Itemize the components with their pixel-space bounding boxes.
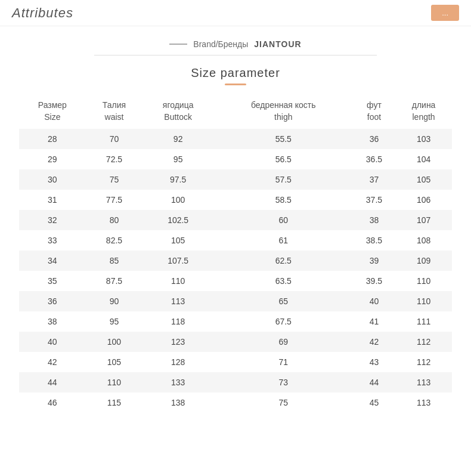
- cell-length: 108: [395, 230, 453, 251]
- cell-buttock: 95: [142, 149, 214, 169]
- cell-thigh: 56.5: [213, 149, 353, 169]
- cell-waist: 105: [86, 352, 142, 372]
- table-row: 389511867.541111: [19, 311, 453, 332]
- title-underline: [225, 84, 246, 85]
- cell-thigh: 57.5: [213, 169, 353, 190]
- cell-foot: 40: [353, 291, 395, 311]
- size-table: Размер Size Талия waist ягодица Buttock …: [19, 96, 453, 413]
- table-row: 461151387545113: [19, 392, 453, 413]
- brand-dash-icon: [169, 44, 187, 45]
- table-row: 421051287143112: [19, 352, 453, 372]
- cell-length: 112: [395, 352, 453, 372]
- cell-thigh: 75: [213, 392, 353, 413]
- cell-thigh: 63.5: [213, 271, 353, 291]
- col-header-buttock: ягодица Buttock: [142, 96, 214, 129]
- cell-length: 105: [395, 169, 453, 190]
- cell-waist: 75: [86, 169, 142, 190]
- col-header-thigh: бедренная кость thigh: [213, 96, 353, 129]
- table-row: 3177.510058.537.5106: [19, 190, 453, 210]
- col-header-waist: Талия waist: [86, 96, 142, 129]
- cell-size: 44: [19, 372, 86, 392]
- cell-buttock: 133: [142, 372, 214, 392]
- cell-size: 34: [19, 251, 86, 271]
- cell-length: 110: [395, 291, 453, 311]
- cell-waist: 72.5: [86, 149, 142, 169]
- cell-length: 107: [395, 210, 453, 230]
- cell-length: 110: [395, 271, 453, 291]
- top-bar-right: ...: [431, 5, 459, 21]
- cell-buttock: 105: [142, 230, 214, 251]
- cell-size: 32: [19, 210, 86, 230]
- cell-length: 111: [395, 311, 453, 332]
- table-header-row: Размер Size Талия waist ягодица Buttock …: [19, 96, 453, 129]
- table-row: 3587.511063.539.5110: [19, 271, 453, 291]
- cell-length: 104: [395, 149, 453, 169]
- cell-size: 35: [19, 271, 86, 291]
- cell-buttock: 113: [142, 291, 214, 311]
- top-button[interactable]: ...: [431, 5, 459, 21]
- table-row: 28709255.536103: [19, 129, 453, 149]
- cell-size: 40: [19, 332, 86, 352]
- cell-thigh: 60: [213, 210, 353, 230]
- cell-foot: 38.5: [353, 230, 395, 251]
- cell-thigh: 73: [213, 372, 353, 392]
- cell-length: 113: [395, 392, 453, 413]
- cell-waist: 115: [86, 392, 142, 413]
- cell-buttock: 128: [142, 352, 214, 372]
- cell-length: 113: [395, 372, 453, 392]
- table-row: 36901136540110: [19, 291, 453, 311]
- cell-length: 103: [395, 129, 453, 149]
- cell-length: 106: [395, 190, 453, 210]
- cell-size: 36: [19, 291, 86, 311]
- cell-buttock: 97.5: [142, 169, 214, 190]
- section-title: Size parameter: [0, 66, 471, 80]
- cell-thigh: 58.5: [213, 190, 353, 210]
- cell-foot: 39: [353, 251, 395, 271]
- page-title: Attributes: [12, 5, 73, 21]
- cell-thigh: 61: [213, 230, 353, 251]
- cell-buttock: 107.5: [142, 251, 214, 271]
- top-bar: Attributes ...: [0, 0, 471, 26]
- cell-foot: 42: [353, 332, 395, 352]
- cell-buttock: 118: [142, 311, 214, 332]
- cell-buttock: 102.5: [142, 210, 214, 230]
- cell-size: 38: [19, 311, 86, 332]
- cell-foot: 37: [353, 169, 395, 190]
- section-divider: [94, 55, 377, 55]
- table-row: 307597.557.537105: [19, 169, 453, 190]
- brand-prefix: Brand/Бренды: [193, 39, 248, 49]
- col-header-size: Размер Size: [19, 96, 86, 129]
- cell-foot: 36.5: [353, 149, 395, 169]
- table-row: 3485107.562.539109: [19, 251, 453, 271]
- cell-buttock: 110: [142, 271, 214, 291]
- cell-waist: 95: [86, 311, 142, 332]
- cell-foot: 43: [353, 352, 395, 372]
- cell-size: 46: [19, 392, 86, 413]
- cell-foot: 44: [353, 372, 395, 392]
- cell-waist: 77.5: [86, 190, 142, 210]
- cell-foot: 38: [353, 210, 395, 230]
- page-wrapper: Attributes ... Brand/Бренды JIANTOUR Siz…: [0, 0, 471, 413]
- table-row: 441101337344113: [19, 372, 453, 392]
- cell-thigh: 67.5: [213, 311, 353, 332]
- cell-size: 30: [19, 169, 86, 190]
- cell-waist: 85: [86, 251, 142, 271]
- cell-waist: 70: [86, 129, 142, 149]
- table-row: 401001236942112: [19, 332, 453, 352]
- table-row: 2972.59556.536.5104: [19, 149, 453, 169]
- cell-foot: 37.5: [353, 190, 395, 210]
- brand-name: JIANTOUR: [254, 39, 301, 49]
- cell-thigh: 62.5: [213, 251, 353, 271]
- table-row: 3280102.56038107: [19, 210, 453, 230]
- col-header-length: длина length: [395, 96, 453, 129]
- cell-buttock: 100: [142, 190, 214, 210]
- brand-section: Brand/Бренды JIANTOUR: [0, 26, 471, 55]
- cell-size: 33: [19, 230, 86, 251]
- cell-size: 42: [19, 352, 86, 372]
- cell-size: 31: [19, 190, 86, 210]
- cell-length: 112: [395, 332, 453, 352]
- cell-buttock: 92: [142, 129, 214, 149]
- cell-waist: 110: [86, 372, 142, 392]
- cell-thigh: 71: [213, 352, 353, 372]
- cell-size: 28: [19, 129, 86, 149]
